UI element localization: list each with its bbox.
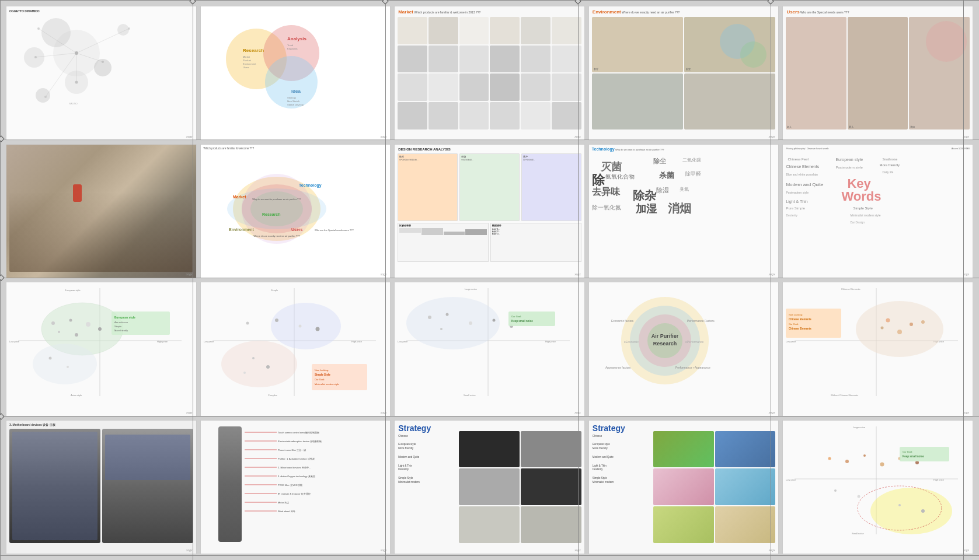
slide10-above5k: Above 5000 RMB bbox=[952, 147, 970, 150]
svg-point-8 bbox=[34, 56, 37, 58]
slide-12[interactable]: Low price High price Simple Complex Now bbox=[200, 282, 391, 416]
slide-2[interactable]: Research Market Product Environment User… bbox=[200, 6, 391, 141]
slide-14[interactable]: Air Purifier Research Economic factors P… bbox=[588, 282, 779, 416]
svg-point-70 bbox=[221, 341, 297, 387]
keywords-wordcloud: Key Words Chinese Feel Chinese Elements … bbox=[783, 153, 973, 269]
svg-text:Idea Sketch: Idea Sketch bbox=[287, 100, 299, 103]
slide-17[interactable]: Touch screen control area 触控控制面板 Electro… bbox=[200, 420, 391, 555]
slide-grid: OGGETTO DINAMICO bbox=[6, 6, 973, 554]
slide-8[interactable]: DESIGN RESEARCH ANALYSIS 技术 空气净化技术类型比较..… bbox=[394, 144, 585, 279]
svg-text:2. Motorboard devices 外壳中...: 2. Motorboard devices 外壳中... bbox=[278, 466, 311, 469]
analysis-table: 技术 空气净化技术类型比较... 市场 市场分析数据... 用户 用户研究结果.… bbox=[398, 153, 581, 267]
slide-10[interactable]: Pricing philosophy / Deserve how it wort… bbox=[782, 144, 973, 279]
svg-point-54 bbox=[58, 331, 60, 333]
red-jacket bbox=[73, 184, 82, 202]
slide-11[interactable]: Low price High price European style Asia… bbox=[6, 282, 197, 416]
slide10-pricing: Pricing philosophy / Deserve how it wort… bbox=[786, 147, 828, 150]
slide18-title: Strategy bbox=[398, 424, 431, 433]
svg-text:Now Lacking:: Now Lacking: bbox=[789, 313, 803, 316]
svg-text:Product: Product bbox=[243, 59, 252, 62]
svg-text:Simple: Simple bbox=[271, 289, 278, 292]
svg-text:Keep small noise: Keep small noise bbox=[903, 455, 924, 458]
photo-bg bbox=[6, 145, 196, 278]
svg-text:Appearance factors: Appearance factors bbox=[605, 366, 631, 369]
svg-text:Users: Users bbox=[291, 228, 303, 232]
slide-19[interactable]: Strategy Chinese European styleMore frie… bbox=[588, 420, 779, 555]
device-photos bbox=[9, 429, 193, 544]
slide11-logo: xogx bbox=[186, 411, 193, 414]
svg-point-9 bbox=[102, 61, 104, 63]
slide-3[interactable]: Market Which products are familiar & wel… bbox=[394, 6, 585, 141]
svg-point-51 bbox=[69, 319, 72, 322]
svg-text:Technology: Technology bbox=[299, 183, 322, 188]
slide17-logo: xogx bbox=[381, 548, 387, 552]
svg-text:Simple Style: Simple Style bbox=[315, 373, 330, 376]
svg-text:Research: Research bbox=[653, 341, 677, 346]
slide15-logo: xogx bbox=[963, 411, 969, 414]
slide-18[interactable]: Strategy Chinese European styleMore frie… bbox=[394, 420, 585, 555]
svg-text:Our Goal:: Our Goal: bbox=[511, 315, 521, 318]
svg-point-72 bbox=[275, 318, 278, 322]
slide19-title: Strategy bbox=[593, 424, 625, 433]
svg-point-157 bbox=[863, 454, 866, 457]
slide-4[interactable]: Environment Where do we exactly need an … bbox=[588, 6, 779, 141]
svg-text:3. Active Oxygen technology 臭氧: 3. Active Oxygen technology 臭氧层 bbox=[278, 475, 315, 478]
svg-text:Large noise: Large noise bbox=[465, 288, 478, 290]
slide19-logo: xogx bbox=[769, 548, 775, 552]
svg-point-164 bbox=[921, 509, 925, 513]
slide16-title: 3. Motherboard devices 设备-主板 bbox=[9, 423, 55, 426]
svg-point-121 bbox=[881, 327, 884, 330]
svg-point-118 bbox=[886, 318, 890, 323]
svg-text:Where do we exactly need an ai: Where do we exactly need an air purifier… bbox=[253, 235, 300, 237]
svg-text:Low price: Low price bbox=[204, 340, 214, 343]
slide12-logo: xogx bbox=[381, 411, 387, 414]
svg-text:Chinese Elements: Chinese Elements bbox=[789, 327, 811, 330]
svg-text:Sketch Develop: Sketch Develop bbox=[287, 103, 304, 106]
slide4-header: Environment Where do we exactly need an … bbox=[593, 9, 680, 15]
svg-text:Profiler: 1. Activated Carbon : Profiler: 1. Activated Carbon 活性炭 bbox=[278, 457, 315, 460]
svg-point-49 bbox=[33, 344, 97, 384]
svg-point-156 bbox=[845, 460, 849, 463]
slide-1[interactable]: OGGETTO DINAMICO bbox=[6, 6, 197, 141]
slide18-logo: xogx bbox=[574, 548, 581, 552]
svg-line-0 bbox=[39, 29, 76, 53]
svg-text:Chinese Elements: Chinese Elements bbox=[841, 288, 860, 290]
svg-text:Performance Factors: Performance Factors bbox=[687, 319, 715, 323]
svg-text:High price: High price bbox=[933, 478, 945, 481]
svg-point-119 bbox=[910, 323, 913, 326]
slide-16[interactable]: 3. Motherboard devices 设备-主板 xogx bbox=[6, 420, 197, 555]
slide-13[interactable]: Low price High price Large noise Small n… bbox=[394, 282, 585, 416]
svg-text:Keywords: Keywords bbox=[287, 47, 298, 50]
svg-text:More friendly: More friendly bbox=[114, 329, 128, 332]
air-purifier-research: Air Purifier Research Economic factors P… bbox=[589, 282, 779, 416]
svg-point-57 bbox=[67, 366, 69, 368]
svg-text:Without Chinese Elements: Without Chinese Elements bbox=[831, 394, 858, 397]
svg-rect-165 bbox=[900, 447, 949, 461]
svg-text:Market: Market bbox=[243, 55, 250, 58]
slide8-logo: xogx bbox=[574, 272, 581, 276]
svg-text:Research: Research bbox=[243, 48, 264, 53]
slide-15[interactable]: Low price High price Chinese Elements Wi… bbox=[782, 282, 973, 416]
user-bubble bbox=[926, 21, 967, 62]
svg-text:TVOC filter 去VOC功能: TVOC filter 去VOC功能 bbox=[278, 484, 302, 487]
product-map-15: Low price High price Chinese Elements Wi… bbox=[783, 282, 973, 416]
slide-5[interactable]: Users Who are the Special needs users ??… bbox=[782, 6, 973, 141]
svg-text:Small noise: Small noise bbox=[852, 532, 864, 535]
slide8-title: DESIGN RESEARCH ANALYSIS bbox=[398, 148, 451, 151]
slide-6[interactable]: xogx bbox=[6, 144, 197, 279]
slide9-header: Technology Why do we want to purchase an… bbox=[592, 147, 664, 151]
slide-9[interactable]: Technology Why do we want to purchase an… bbox=[588, 144, 779, 279]
svg-point-161 bbox=[834, 489, 837, 492]
slide5-logo: xogx bbox=[963, 135, 969, 138]
svg-text:Large noise: Large noise bbox=[853, 426, 866, 429]
svg-text:Users: Users bbox=[243, 66, 249, 69]
slide-7[interactable]: Which products are familiar & welcome ??… bbox=[200, 144, 391, 279]
venn-5: Market Technology Research Environment U… bbox=[201, 150, 391, 271]
svg-line-2 bbox=[76, 53, 103, 62]
svg-text:Who are the Special needs user: Who are the Special needs users ??? bbox=[315, 229, 354, 232]
svg-text:ePerformance: ePerformance bbox=[685, 340, 704, 344]
slide7-logo: xogx bbox=[381, 272, 387, 276]
slide-20[interactable]: Low price High price Large noise Small n… bbox=[782, 420, 973, 555]
svg-point-50 bbox=[51, 321, 55, 325]
svg-point-10 bbox=[75, 81, 78, 84]
